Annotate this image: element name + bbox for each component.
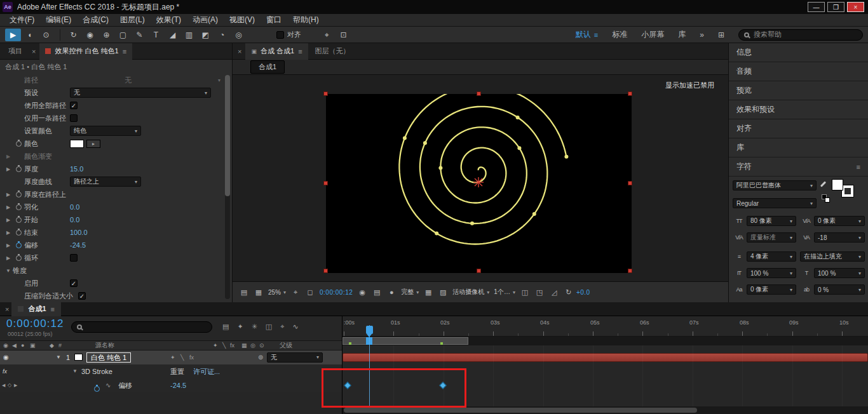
expand-arrow-icon[interactable]: ▶ [4,192,13,197]
expand-arrow-icon[interactable]: ▶ [4,217,13,223]
panel-tab-audio[interactable]: 音频 [729,62,868,81]
selection-handle[interactable] [477,269,481,273]
rotate-tool-icon[interactable]: ↻ [65,29,81,41]
layer-name[interactable]: 白色 纯色 1 [86,352,131,363]
stopwatch-active-icon[interactable] [94,382,100,396]
workspace-small-screen[interactable]: 小屏幕 [641,29,664,40]
workspace-library[interactable]: 库 [678,29,686,40]
stopwatch-icon[interactable] [13,204,24,210]
view-layout-dropdown[interactable]: 1个…▾ [494,288,515,297]
panel-tab-align[interactable]: 对齐 [729,119,868,138]
expand-arrow-icon[interactable]: ▶ [4,204,13,210]
tab-project[interactable]: 项目 [3,43,28,60]
zoom-tool-icon[interactable]: ⊙ [38,29,54,41]
magnification-dropdown[interactable]: 25%▾ [268,289,286,296]
snapping-checkbox[interactable] [276,31,284,39]
keyframe-next-icon[interactable]: ▶ [14,378,17,392]
selection-handle[interactable] [628,181,632,185]
fill-color-swatch[interactable] [832,179,843,190]
effect-row[interactable]: fx ▼ 3D Stroke 重置 许可证... [0,364,342,378]
current-timecode[interactable]: 0:00:00:12 [6,317,64,330]
graph-icon[interactable]: ∿ [105,378,111,392]
layer-color-swatch[interactable] [74,354,83,361]
graph-editor-icon[interactable]: ∿ [292,323,298,331]
angle-icon[interactable]: ◿ [549,288,559,297]
tsume-dropdown[interactable]: 0 %▾ [814,284,865,295]
stroke-color-swatch[interactable] [842,185,853,197]
close-panel-icon[interactable]: × [3,305,11,313]
set-color-dropdown[interactable]: 纯色▾ [70,126,141,136]
viewer-timecode[interactable]: 0:00:00:12 [320,289,353,296]
selection-handle[interactable] [628,91,632,96]
roto-brush-tool-icon[interactable]: ◔ [214,29,230,41]
color-swatch[interactable] [70,140,84,148]
stopwatch-icon[interactable] [13,192,24,197]
effect-expand-icon[interactable]: ▼ [72,364,78,378]
expand-arrow-icon[interactable]: ▶ [4,166,13,172]
snapping-label[interactable]: 对齐 [287,30,301,39]
work-area-bar[interactable] [342,337,868,345]
property-value[interactable]: -24.5 [70,241,86,249]
show-snapshot-icon[interactable]: ▤ [372,288,382,297]
panel-tab-effects-presets[interactable]: 效果和预设 [729,100,868,119]
property-value[interactable]: 无 [125,76,132,85]
panel-tab-character[interactable]: 字符 ≡ [729,157,868,177]
effect-reset-button[interactable]: 重置 [170,364,184,378]
pen-tool-icon[interactable]: ✎ [132,29,147,41]
selection-handle[interactable] [323,181,328,185]
menu-layer[interactable]: 图层(L) [114,15,151,25]
stroke-width-dropdown[interactable]: 4 像素▾ [747,251,796,262]
anchor-point-icon[interactable] [473,177,484,187]
workspace-standard[interactable]: 标准 [612,29,627,40]
panel-menu-icon[interactable]: ≡ [298,48,302,55]
pixel-aspect-icon[interactable]: ◫ [520,288,530,297]
stopwatch-icon[interactable] [13,166,24,172]
reset-exposure-icon[interactable]: ↻ [564,288,574,297]
loop-checkbox[interactable] [70,254,78,262]
timeline-tab-comp1[interactable]: 合成1 ≡ [11,302,61,316]
timeline-search-input[interactable] [71,321,212,333]
kerning-dropdown[interactable]: 0 像素▾ [814,216,865,226]
expand-arrow-icon[interactable]: ▶ [4,230,13,236]
transparency-grid-icon[interactable]: ▨ [438,288,448,297]
spiral-stroke-path[interactable] [399,94,566,244]
mini-flowchart-icon[interactable]: ▤ [239,288,249,297]
help-search-input[interactable]: 搜索帮助 [738,29,863,41]
panel-tab-library[interactable]: 库 [729,138,868,157]
draft-3d-icon[interactable]: ✦ [237,323,243,331]
workspace-default[interactable]: 默认 ≡ [576,29,598,40]
one-path-checkbox[interactable] [70,114,78,122]
tab-composition[interactable]: ▣ 合成 合成1 ≡ [245,43,308,60]
monitor-icon[interactable]: ▦ [254,288,264,297]
composition-chip[interactable]: 合成1 [250,60,285,74]
parent-pickwhip-icon[interactable]: ⊚ [258,351,263,364]
selection-tool-icon[interactable]: ▶ [5,29,21,41]
effect-name[interactable]: 3D Stroke [81,364,112,378]
expand-arrow-icon[interactable]: ▶ [4,154,13,159]
property-value[interactable]: 0.0 [70,203,79,211]
color-eyedropper-icon[interactable]: ▸ [86,140,100,148]
exposure-control[interactable]: ↻ +0.0 [564,288,590,297]
fx-switch-icon[interactable]: fx [189,351,194,364]
playhead-handle[interactable] [366,326,373,334]
spiral-control-points[interactable] [403,94,569,236]
eye-icon[interactable]: ◉ [3,351,9,364]
puppet-pin-tool-icon[interactable]: ◎ [231,29,247,41]
chevron-down-icon[interactable]: ▾ [218,77,220,83]
workspace-overflow[interactable]: » [700,30,704,39]
panel-menu-icon[interactable]: ≡ [857,163,860,171]
panel-menu-icon[interactable]: ≡ [51,305,55,313]
stopwatch-icon[interactable] [13,255,24,261]
active-camera-dropdown[interactable]: 活动摄像机▾ [452,288,489,297]
snapshot-icon[interactable]: ◉ [357,288,367,297]
menu-file[interactable]: 文件(F) [4,15,40,25]
grid-guides-icon[interactable]: ⌖ [290,288,301,297]
property-value[interactable]: 100.0 [70,229,88,236]
camera-tool-icon[interactable]: ◉ [82,29,98,41]
panel-tab-info[interactable]: 信息 [729,43,868,62]
menu-view[interactable]: 视图(V) [224,15,261,25]
compress-checkbox[interactable] [78,292,86,300]
motion-blur-icon[interactable]: ⌖ [280,323,284,331]
selection-handle[interactable] [628,269,632,273]
default-colors-icon[interactable] [825,197,830,203]
